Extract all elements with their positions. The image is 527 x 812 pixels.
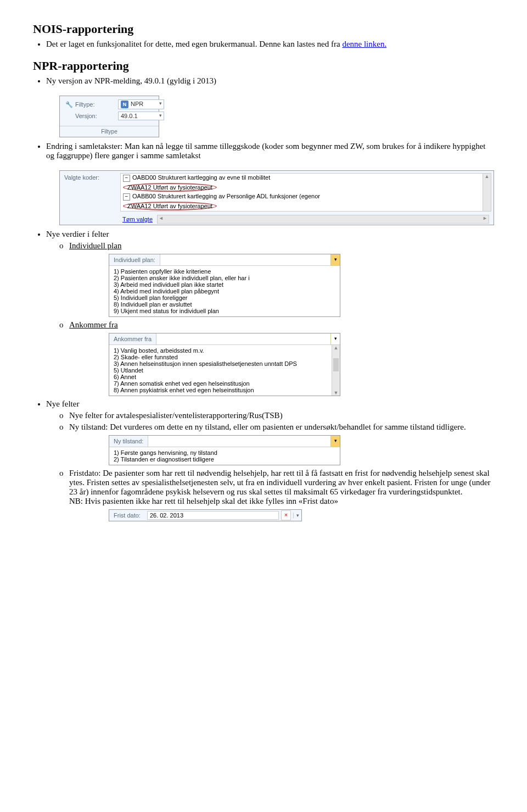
npr-item-nyeverdier: Nye verdier i felter Individuell plan In… — [46, 230, 494, 396]
option[interactable]: 1) Pasienten oppfyller ikke kriteriene — [114, 268, 335, 275]
fristdato-para1: Fristdato: De pasienter som har rett til… — [69, 469, 491, 496]
filtype-ribbon-label: Filtype — [60, 126, 159, 137]
option[interactable]: 1) Første gangs henvisning, ny tilstand — [114, 449, 335, 456]
tom-valgte-link[interactable]: Tøm valgte — [122, 216, 153, 223]
option[interactable]: 6) Annet — [114, 374, 330, 380]
ankommer-fra-field-label: Ankommer fra — [109, 333, 156, 344]
dropdown-arrow-icon: ▾ — [330, 333, 340, 344]
individuell-plan-label: Individuell plan — [69, 241, 121, 250]
koder-row-3: OABB00 Strukturert kartlegging av Person… — [132, 193, 320, 199]
option[interactable]: 8) Individuell plan er avsluttet — [114, 301, 335, 308]
ankommer-fra-screenshot: Ankommer fra ▾ 1) Vanlig bosted, arbeids… — [109, 333, 340, 396]
sub-ankommer-fra: Ankommer fra Ankommer fra ▾ 1) Vanlig bo… — [59, 320, 494, 396]
option[interactable]: 1) Vanlig bosted, arbeidssted m.v. — [114, 347, 330, 354]
option[interactable]: 3) Annen helseinstitusjon innen spesiali… — [114, 360, 330, 367]
koder-row-4: ZWAA12 Utført av fysioterapeut — [123, 203, 217, 209]
sub-fristdato: Fristdato: De pasienter som har rett til… — [59, 469, 494, 521]
dropdown-arrow-icon: ▾ — [330, 254, 340, 265]
versjon-value: 49.0.1 — [121, 113, 138, 119]
npr-heading: NPR-rapportering — [33, 59, 494, 73]
valgtekoder-list[interactable]: −OABD00 Strukturert kartlegging av evne … — [120, 173, 491, 212]
nytilstand-dropdown[interactable]: ▾ — [148, 436, 340, 447]
individuell-plan-field-label: Individuell plan: — [109, 254, 160, 265]
nytilstand-text: Ny tilstand: Det vurderes om dette en ny… — [69, 422, 466, 431]
nois-heading: NOIS-rapportering — [33, 22, 494, 36]
fristdato-screenshot: Frist dato: 26. 02. 2013 × ▾ — [109, 509, 302, 521]
individuell-plan-screenshot: Individuell plan: ▾ 1) Pasienten oppfyll… — [109, 254, 340, 317]
ankommer-fra-label: Ankommer fra — [69, 320, 118, 329]
nytilstand-field-label: Ny tilstand: — [109, 436, 148, 447]
fristdato-dropdown-icon[interactable]: ▾ — [293, 513, 301, 518]
filtype-icon: 🔧 — [65, 101, 73, 108]
nyeverdier-text: Nye verdier i felter — [46, 230, 109, 238]
tree-collapse-icon[interactable]: − — [123, 175, 130, 182]
tree-collapse-icon[interactable]: − — [123, 193, 130, 201]
npr-item-nyefelter: Nye felter Nye felter for avtalespesiali… — [46, 399, 494, 521]
option[interactable]: 2) Pasienten ønsker ikke individuell pla… — [114, 275, 335, 281]
filtype-value: NPR — [131, 101, 143, 107]
npr-item-version: Ny versjon av NPR-melding, 49.0.1 (gyldi… — [46, 76, 494, 86]
option[interactable]: 5) Individuell plan foreligger — [114, 294, 335, 301]
fristdato-para2: NB: Hvis pasienten ikke har rett til hel… — [69, 497, 338, 505]
versjon-dropdown[interactable]: 49.0.1 — [118, 112, 164, 120]
fristdato-clear-button[interactable]: × — [281, 510, 291, 520]
nyefelter-text: Nye felter — [46, 399, 79, 408]
option[interactable]: 2) Tilstanden er diagnostisert tidligere — [114, 456, 335, 463]
versjon-label: Versjon: — [75, 113, 114, 119]
sub-nytilstand: Ny tilstand: Det vurderes om dette en ny… — [59, 422, 494, 465]
ankommer-fra-dropdown[interactable]: ▾ — [156, 333, 340, 344]
option[interactable]: 3) Arbeid med individuell plan ikke star… — [114, 281, 335, 288]
horizontal-scrollbar[interactable] — [157, 215, 489, 224]
filtype-screenshot: 🔧 Filtype: NNPR Versjon: 49.0.1 Filtype — [59, 96, 159, 137]
koder-row-2: ZWAA12 Utført av fysioterapeut — [123, 184, 217, 191]
filtype-dropdown[interactable]: NNPR — [118, 99, 164, 109]
npr-icon: N — [121, 101, 128, 108]
nytilstand-options[interactable]: 1) Første gangs henvisning, ny tilstand … — [109, 447, 340, 465]
sub-avtalespesialister: Nye felter for avtalespesialister/ventel… — [59, 411, 494, 420]
option[interactable]: 8) Annen psykiatrisk enhet ved egen hels… — [114, 387, 330, 393]
vertical-scrollbar[interactable]: ▲▼ — [332, 345, 340, 396]
option[interactable]: 2) Skade- eller funnsted — [114, 354, 330, 360]
dropdown-arrow-icon: ▾ — [330, 436, 340, 447]
fristdato-input[interactable]: 26. 02. 2013 — [147, 511, 279, 520]
valgtekoder-screenshot: Valgte koder: −OABD00 Strukturert kartle… — [59, 170, 494, 225]
fristdato-label: Frist dato: — [109, 510, 145, 521]
individuell-plan-options[interactable]: 1) Pasienten oppfyller ikke kriteriene 2… — [109, 266, 340, 316]
nois-item: Det er laget en funksjonalitet for dette… — [46, 40, 494, 49]
koder-row-1: OABD00 Strukturert kartlegging av evne t… — [132, 174, 270, 181]
vertical-scrollbar[interactable]: ▲ — [483, 174, 491, 211]
filtype-label: Filtype: — [75, 101, 114, 108]
ankommer-fra-options[interactable]: 1) Vanlig bosted, arbeidssted m.v. 2) Sk… — [109, 345, 340, 396]
nois-link[interactable]: denne linken. — [342, 40, 386, 48]
valgtekoder-label: Valgte koder: — [60, 171, 118, 225]
nois-text: Det er laget en funksjonalitet for dette… — [46, 40, 342, 48]
option[interactable]: 7) Annen somatisk enhet ved egen helsein… — [114, 380, 330, 387]
individuell-plan-dropdown[interactable]: ▾ — [160, 254, 340, 265]
option[interactable]: 4) Arbeid med individuell plan påbegynt — [114, 288, 335, 294]
nytilstand-screenshot: Ny tilstand: ▾ 1) Første gangs henvisnin… — [109, 435, 340, 465]
npr-item-samletakster: Endring i samletakster: Man kan nå legge… — [46, 142, 494, 160]
option[interactable]: 9) Ukjent med status for individuell pla… — [114, 308, 335, 314]
option[interactable]: 5) Utlandet — [114, 367, 330, 374]
sub-individuell-plan: Individuell plan Individuell plan: ▾ 1) … — [59, 241, 494, 317]
